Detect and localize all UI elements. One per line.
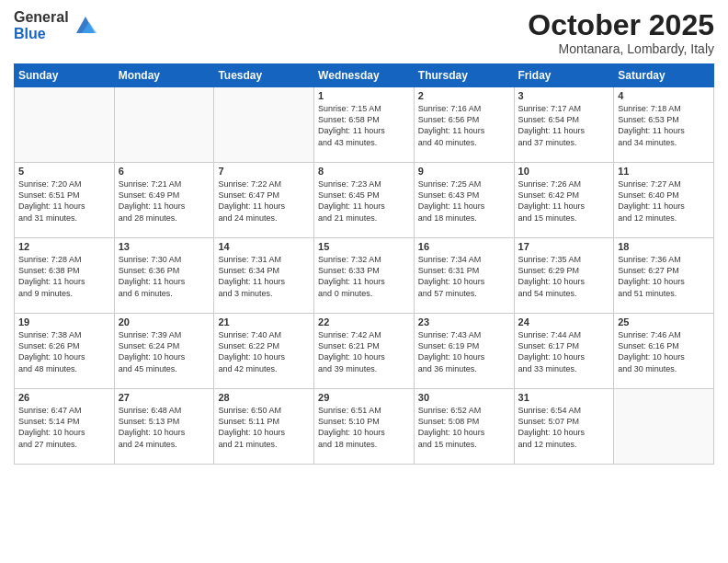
- table-row: 23Sunrise: 7:43 AM Sunset: 6:19 PM Dayli…: [414, 314, 514, 389]
- table-row: 11Sunrise: 7:27 AM Sunset: 6:40 PM Dayli…: [614, 163, 714, 238]
- day-number: 28: [218, 392, 310, 403]
- table-row: 4Sunrise: 7:18 AM Sunset: 6:53 PM Daylig…: [614, 87, 714, 163]
- day-number: 20: [119, 316, 210, 327]
- day-info: Sunrise: 7:17 AM Sunset: 6:54 PM Dayligh…: [518, 103, 610, 148]
- table-row: 16Sunrise: 7:34 AM Sunset: 6:31 PM Dayli…: [414, 238, 514, 314]
- calendar-week-row: 12Sunrise: 7:28 AM Sunset: 6:38 PM Dayli…: [15, 238, 714, 314]
- table-row: 10Sunrise: 7:26 AM Sunset: 6:42 PM Dayli…: [514, 163, 614, 238]
- day-number: 26: [18, 392, 110, 403]
- day-number: 10: [518, 166, 610, 177]
- day-info: Sunrise: 7:44 AM Sunset: 6:17 PM Dayligh…: [518, 329, 610, 374]
- calendar-week-row: 19Sunrise: 7:38 AM Sunset: 6:26 PM Dayli…: [15, 314, 714, 389]
- table-row: 6Sunrise: 7:21 AM Sunset: 6:49 PM Daylig…: [114, 163, 214, 238]
- table-row: 24Sunrise: 7:44 AM Sunset: 6:17 PM Dayli…: [514, 314, 614, 389]
- logo-blue: Blue: [14, 26, 69, 42]
- col-tuesday: Tuesday: [214, 64, 314, 87]
- col-thursday: Thursday: [414, 64, 514, 87]
- day-info: Sunrise: 7:40 AM Sunset: 6:22 PM Dayligh…: [218, 329, 310, 374]
- day-info: Sunrise: 7:39 AM Sunset: 6:24 PM Dayligh…: [119, 329, 210, 374]
- day-number: 29: [318, 392, 410, 403]
- col-monday: Monday: [114, 64, 214, 87]
- day-info: Sunrise: 7:16 AM Sunset: 6:56 PM Dayligh…: [418, 103, 510, 148]
- day-number: 13: [119, 241, 210, 252]
- day-info: Sunrise: 6:54 AM Sunset: 5:07 PM Dayligh…: [518, 405, 610, 450]
- day-number: 15: [318, 241, 410, 252]
- day-info: Sunrise: 7:31 AM Sunset: 6:34 PM Dayligh…: [218, 254, 310, 299]
- day-info: Sunrise: 6:52 AM Sunset: 5:08 PM Dayligh…: [418, 405, 510, 450]
- table-row: [614, 389, 714, 465]
- day-info: Sunrise: 7:26 AM Sunset: 6:42 PM Dayligh…: [518, 178, 610, 224]
- logo-icon: [73, 13, 98, 39]
- header: General Blue October 2025 Montanara, Lom…: [14, 9, 714, 56]
- table-row: 9Sunrise: 7:25 AM Sunset: 6:43 PM Daylig…: [414, 163, 514, 238]
- table-row: 21Sunrise: 7:40 AM Sunset: 6:22 PM Dayli…: [214, 314, 314, 389]
- day-number: 1: [318, 90, 410, 101]
- day-info: Sunrise: 7:15 AM Sunset: 6:58 PM Dayligh…: [318, 103, 410, 148]
- day-info: Sunrise: 7:25 AM Sunset: 6:43 PM Dayligh…: [418, 178, 510, 224]
- day-info: Sunrise: 7:30 AM Sunset: 6:36 PM Dayligh…: [119, 254, 210, 299]
- day-info: Sunrise: 7:43 AM Sunset: 6:19 PM Dayligh…: [418, 329, 510, 374]
- day-number: 24: [518, 316, 610, 327]
- day-number: 8: [318, 166, 410, 177]
- table-row: 22Sunrise: 7:42 AM Sunset: 6:21 PM Dayli…: [314, 314, 415, 389]
- table-row: 30Sunrise: 6:52 AM Sunset: 5:08 PM Dayli…: [414, 389, 514, 465]
- table-row: [15, 87, 115, 163]
- calendar-week-row: 26Sunrise: 6:47 AM Sunset: 5:14 PM Dayli…: [15, 389, 714, 465]
- day-number: 12: [18, 241, 110, 252]
- day-number: 25: [618, 316, 710, 327]
- day-number: 22: [318, 316, 410, 327]
- table-row: 8Sunrise: 7:23 AM Sunset: 6:45 PM Daylig…: [314, 163, 415, 238]
- day-info: Sunrise: 7:36 AM Sunset: 6:27 PM Dayligh…: [618, 254, 710, 299]
- subtitle: Montanara, Lombardy, Italy: [528, 41, 714, 56]
- day-number: 4: [618, 90, 710, 101]
- day-number: 21: [218, 316, 310, 327]
- table-row: 13Sunrise: 7:30 AM Sunset: 6:36 PM Dayli…: [114, 238, 214, 314]
- day-info: Sunrise: 7:46 AM Sunset: 6:16 PM Dayligh…: [618, 329, 710, 374]
- day-info: Sunrise: 7:22 AM Sunset: 6:47 PM Dayligh…: [218, 178, 310, 224]
- day-number: 19: [18, 316, 110, 327]
- table-row: 14Sunrise: 7:31 AM Sunset: 6:34 PM Dayli…: [214, 238, 314, 314]
- day-info: Sunrise: 7:38 AM Sunset: 6:26 PM Dayligh…: [18, 329, 110, 374]
- table-row: 15Sunrise: 7:32 AM Sunset: 6:33 PM Dayli…: [314, 238, 415, 314]
- table-row: 5Sunrise: 7:20 AM Sunset: 6:51 PM Daylig…: [15, 163, 115, 238]
- day-number: 7: [218, 166, 310, 177]
- day-number: 30: [418, 392, 510, 403]
- day-info: Sunrise: 7:28 AM Sunset: 6:38 PM Dayligh…: [18, 254, 110, 299]
- logo-general: General: [14, 9, 69, 26]
- table-row: 28Sunrise: 6:50 AM Sunset: 5:11 PM Dayli…: [214, 389, 314, 465]
- day-number: 9: [418, 166, 510, 177]
- day-info: Sunrise: 7:20 AM Sunset: 6:51 PM Dayligh…: [18, 178, 110, 224]
- day-info: Sunrise: 6:50 AM Sunset: 5:11 PM Dayligh…: [218, 405, 310, 450]
- day-number: 23: [418, 316, 510, 327]
- table-row: 3Sunrise: 7:17 AM Sunset: 6:54 PM Daylig…: [514, 87, 614, 163]
- day-number: 16: [418, 241, 510, 252]
- col-sunday: Sunday: [15, 64, 115, 87]
- table-row: 2Sunrise: 7:16 AM Sunset: 6:56 PM Daylig…: [414, 87, 514, 163]
- table-row: 26Sunrise: 6:47 AM Sunset: 5:14 PM Dayli…: [15, 389, 115, 465]
- day-info: Sunrise: 7:18 AM Sunset: 6:53 PM Dayligh…: [618, 103, 710, 148]
- day-info: Sunrise: 7:21 AM Sunset: 6:49 PM Dayligh…: [119, 178, 210, 224]
- day-number: 27: [119, 392, 210, 403]
- day-info: Sunrise: 7:35 AM Sunset: 6:29 PM Dayligh…: [518, 254, 610, 299]
- day-number: 5: [18, 166, 110, 177]
- table-row: 25Sunrise: 7:46 AM Sunset: 6:16 PM Dayli…: [614, 314, 714, 389]
- calendar-header-row: Sunday Monday Tuesday Wednesday Thursday…: [15, 64, 714, 87]
- table-row: [114, 87, 214, 163]
- table-row: 31Sunrise: 6:54 AM Sunset: 5:07 PM Dayli…: [514, 389, 614, 465]
- day-number: 2: [418, 90, 510, 101]
- table-row: 18Sunrise: 7:36 AM Sunset: 6:27 PM Dayli…: [614, 238, 714, 314]
- day-number: 6: [119, 166, 210, 177]
- day-number: 14: [218, 241, 310, 252]
- day-info: Sunrise: 7:34 AM Sunset: 6:31 PM Dayligh…: [418, 254, 510, 299]
- calendar-table: Sunday Monday Tuesday Wednesday Thursday…: [14, 63, 714, 465]
- table-row: 27Sunrise: 6:48 AM Sunset: 5:13 PM Dayli…: [114, 389, 214, 465]
- day-info: Sunrise: 6:51 AM Sunset: 5:10 PM Dayligh…: [318, 405, 410, 450]
- day-info: Sunrise: 6:48 AM Sunset: 5:13 PM Dayligh…: [119, 405, 210, 450]
- col-saturday: Saturday: [614, 64, 714, 87]
- table-row: 19Sunrise: 7:38 AM Sunset: 6:26 PM Dayli…: [15, 314, 115, 389]
- day-info: Sunrise: 7:32 AM Sunset: 6:33 PM Dayligh…: [318, 254, 410, 299]
- day-info: Sunrise: 7:42 AM Sunset: 6:21 PM Dayligh…: [318, 329, 410, 374]
- table-row: 12Sunrise: 7:28 AM Sunset: 6:38 PM Dayli…: [15, 238, 115, 314]
- title-block: October 2025 Montanara, Lombardy, Italy: [528, 9, 714, 56]
- day-number: 17: [518, 241, 610, 252]
